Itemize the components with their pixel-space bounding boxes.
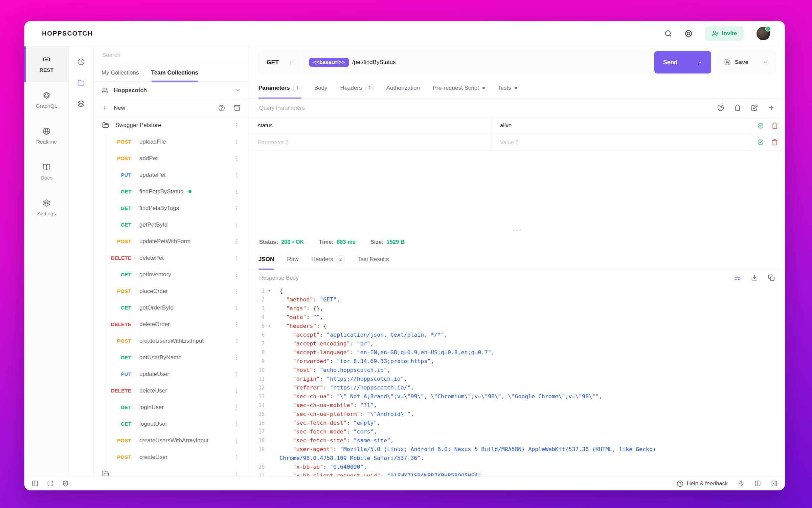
more-options-icon[interactable] (234, 321, 240, 327)
request-item-loginuser[interactable]: GET loginUser (93, 399, 249, 416)
more-options-icon[interactable] (234, 122, 240, 128)
request-item-getinventory[interactable]: GET getInventory (93, 266, 249, 283)
more-options-icon[interactable] (234, 155, 240, 162)
more-options-icon[interactable] (234, 438, 240, 444)
nav-item-graphql[interactable]: GraphQL (24, 82, 69, 118)
request-item-addpet[interactable]: POST addPet (93, 150, 249, 167)
more-options-icon[interactable] (234, 238, 240, 245)
subnav-history[interactable] (69, 51, 93, 72)
more-options-icon[interactable] (234, 139, 240, 145)
method-selector[interactable]: GET (258, 51, 301, 73)
subnav-environments[interactable] (69, 93, 93, 114)
toggle-sidebar-icon[interactable] (32, 480, 38, 487)
more-options-icon[interactable] (234, 189, 240, 195)
tab-parameters[interactable]: Parameters 1 (258, 78, 301, 98)
request-item-deleteuser[interactable]: DELETE deleteUser (93, 382, 249, 399)
more-options-icon[interactable] (234, 355, 240, 361)
more-options-icon[interactable] (234, 338, 240, 344)
toggle-param-icon[interactable] (757, 122, 764, 129)
help-feedback-button[interactable]: Help & feedback (677, 480, 728, 487)
more-options-icon[interactable] (234, 288, 240, 294)
column-layout-icon[interactable] (754, 480, 761, 487)
save-button[interactable]: Save (716, 51, 776, 73)
help-icon[interactable] (717, 104, 724, 111)
tab-body[interactable]: Body (314, 78, 328, 98)
delete-all-icon[interactable] (734, 104, 741, 111)
collection-folder-partial[interactable] (93, 465, 249, 476)
bulk-edit-icon[interactable] (751, 104, 758, 111)
more-options-icon[interactable] (234, 371, 240, 377)
more-options-icon[interactable] (234, 421, 240, 427)
tab-authorization[interactable]: Authorization (386, 78, 420, 98)
request-item-findpetsbytags[interactable]: GET findPetsByTags (93, 200, 249, 216)
wrap-lines-icon[interactable] (734, 274, 741, 281)
request-item-updateuser[interactable]: PUT updateUser (93, 366, 249, 382)
param-value[interactable]: alive (491, 117, 750, 134)
more-options-icon[interactable] (234, 255, 240, 261)
support-icon[interactable] (685, 30, 692, 37)
delete-param-icon[interactable] (771, 139, 778, 146)
tab-headers[interactable]: Headers 2 (311, 249, 344, 269)
send-button[interactable]: Send (654, 51, 711, 73)
tab-pre-request-script[interactable]: Pre-request Script (433, 78, 485, 98)
more-options-icon[interactable] (234, 172, 240, 178)
more-options-icon[interactable] (234, 471, 240, 477)
more-options-icon[interactable] (234, 205, 240, 211)
param-value[interactable]: Value 2 (491, 134, 750, 150)
request-item-getpetbyid[interactable]: GET getPetById (93, 216, 249, 233)
more-options-icon[interactable] (234, 404, 240, 410)
shortcuts-icon[interactable] (738, 480, 744, 487)
tab-tests[interactable]: Tests (498, 78, 517, 98)
expand-icon[interactable] (47, 480, 53, 487)
more-options-icon[interactable] (234, 388, 240, 394)
response-body-code[interactable]: 1▾{2 "method": "GET",3 "args": {},4 "dat… (249, 286, 785, 476)
add-param-icon[interactable] (768, 104, 775, 111)
download-icon[interactable] (751, 274, 758, 281)
request-item-updatepetwithform[interactable]: POST updatePetWithForm (93, 233, 249, 250)
more-options-icon[interactable] (234, 222, 240, 228)
request-item-getuserbyname[interactable]: GET getUserByName (93, 349, 249, 366)
request-item-placeorder[interactable]: POST placeOrder (93, 283, 249, 299)
request-item-deletepet[interactable]: DELETE deletePet (93, 250, 249, 266)
nav-item-docs[interactable]: Docs (24, 154, 69, 190)
request-item-uploadfile[interactable]: POST uploadFile (93, 133, 249, 150)
request-item-logoutuser[interactable]: GET logoutUser (93, 416, 249, 432)
help-icon[interactable] (218, 105, 225, 111)
invite-button[interactable]: Invite (705, 26, 744, 41)
request-item-createuser[interactable]: POST createUser (93, 449, 249, 465)
request-item-getorderbyid[interactable]: GET getOrderById (93, 299, 249, 316)
team-selector[interactable]: Hoppscotch (93, 82, 249, 99)
avatar[interactable] (757, 27, 770, 40)
import-export-icon[interactable] (234, 105, 241, 111)
tab-test-results[interactable]: Test Results (358, 249, 389, 269)
collection-folder[interactable]: Swagger Petstore (93, 117, 249, 133)
delete-param-icon[interactable] (771, 122, 778, 129)
request-item-findpetsbystatus[interactable]: GET findPetsByStatus (93, 183, 249, 200)
subnav-collections[interactable] (69, 72, 93, 93)
new-collection-label[interactable]: New (114, 105, 125, 111)
interceptor-icon[interactable] (62, 480, 69, 487)
search-icon[interactable] (664, 30, 672, 37)
resize-handle[interactable] (513, 230, 521, 231)
nav-item-settings[interactable]: Settings (24, 190, 69, 226)
request-item-createuserswithlistinput[interactable]: POST createUsersWithListInput (93, 333, 249, 349)
tab-team-collections[interactable]: Team Collections (151, 64, 199, 81)
param-key[interactable]: status (249, 117, 491, 134)
request-item-deleteorder[interactable]: DELETE deleteOrder (93, 316, 249, 333)
request-item-updatepet[interactable]: PUT updatePet (93, 167, 249, 183)
collapse-right-panel-icon[interactable] (771, 480, 777, 487)
more-options-icon[interactable] (234, 454, 240, 460)
nav-item-rest[interactable]: REST (24, 46, 69, 82)
nav-item-realtime[interactable]: Realtime (24, 118, 69, 154)
more-options-icon[interactable] (234, 272, 240, 278)
tab-headers[interactable]: Headers 2 (340, 78, 373, 98)
copy-icon[interactable] (768, 274, 775, 281)
search-input[interactable] (102, 51, 241, 59)
toggle-param-icon[interactable] (757, 139, 764, 146)
plus-icon[interactable] (102, 105, 108, 111)
tab-my-collections[interactable]: My Collections (102, 64, 139, 81)
more-options-icon[interactable] (234, 305, 240, 311)
url-input[interactable]: <<baseUrl>> /pet/findByStatus (301, 51, 650, 73)
tab-json[interactable]: JSON (258, 249, 274, 269)
tab-raw[interactable]: Raw (287, 249, 298, 269)
